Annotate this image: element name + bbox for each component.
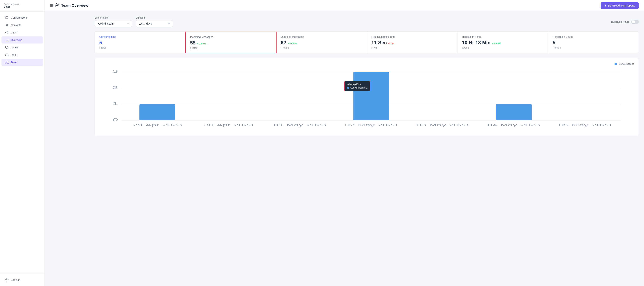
duration-filter-group: Duration Last 7 days ▼ [136,16,173,27]
main-content: Select Team vbetindia.com ▼ Duration Las… [90,11,644,286]
sidebar-item-inbox[interactable]: Inbox [2,51,43,58]
stat-change: +3000% [288,42,297,45]
team-filter-label: Select Team [95,16,132,19]
labels-icon [5,46,8,49]
sidebar-nav: Conversations Contacts CSAT Overview Lab… [0,11,44,274]
svg-text:2: 2 [112,85,118,90]
stat-value: 55 +1000% [190,40,272,46]
svg-rect-24 [353,72,389,120]
svg-point-10 [56,3,58,5]
stats-row: Conversations 5 ( Total ) Incoming Messa… [95,31,639,53]
team-select-value: vbetindia.com [98,22,114,25]
svg-rect-27 [496,104,532,120]
sidebar-item-team-label: Team [11,61,18,64]
sidebar-bottom: Settings [0,274,44,286]
page-title-container: Team Overview [55,3,88,8]
team-select-chevron: ▼ [127,22,129,25]
legend-dot [614,63,617,65]
stat-sub-label: ( Total ) [190,46,272,49]
stat-value: 11 Sec -77% [372,40,453,46]
svg-point-0 [6,24,8,25]
svg-point-9 [6,280,8,281]
overview-icon [5,38,8,42]
svg-rect-20 [140,104,175,120]
download-button[interactable]: ⬇ Download team reports [600,2,639,9]
sidebar-item-contacts[interactable]: Contacts [2,21,43,29]
sidebar-item-inbox-label: Inbox [11,53,17,56]
sidebar-item-overview[interactable]: Overview [2,36,43,43]
sidebar-item-csat-label: CSAT [11,31,18,34]
workspace-label: Currently viewing: [4,3,41,5]
duration-filter-label: Duration [136,16,173,19]
legend-label: Conversations [619,62,634,65]
stat-card-resolution_count: Resolution Count 5 ( Total ) [548,32,638,53]
stat-change: -77% [388,42,394,45]
sidebar-item-conversations-label: Conversations [11,16,28,19]
stat-card-first_response_time: First Response Time 11 Sec -77% ( Avg ) [367,32,458,53]
svg-text:0: 0 [112,117,118,122]
sidebar-item-contacts-label: Contacts [11,24,21,27]
menu-icon[interactable]: ☰ [50,3,53,8]
inbox-icon [5,53,8,57]
team-select[interactable]: vbetindia.com ▼ [95,20,132,27]
sidebar-item-overview-label: Overview [11,38,22,41]
settings-icon [5,278,8,282]
chart-legend: Conversations [99,62,634,65]
sidebar-item-csat[interactable]: CSAT [2,29,43,36]
stat-sub-label: ( Total ) [553,46,634,49]
download-icon: ⬇ [604,4,606,7]
duration-select[interactable]: Last 7 days ▼ [136,20,173,27]
svg-text:30-Apr-2023: 30-Apr-2023 [204,123,254,127]
svg-text:04-May-2023: 04-May-2023 [488,123,540,127]
chart-container: Conversations 012329-Apr-202330-Apr-2023… [95,58,639,136]
svg-text:02-May-2023: 02-May-2023 [345,123,398,127]
stat-card-outgoing_messages: Outgoing Messages 62 +3000% ( Total ) [276,32,367,53]
stat-value: 5 [99,40,181,46]
team-overview-icon [55,3,59,8]
business-hours-toggle-group: Business Hours [611,20,639,24]
svg-text:1: 1 [112,101,118,106]
csat-icon [5,31,8,34]
sidebar-header: Currently viewing: Vbet [0,0,44,11]
stat-title: Resolution Time [462,35,544,38]
chart-area: 012329-Apr-202330-Apr-202301-May-202302-… [99,68,634,132]
conversations-icon [5,16,8,19]
sidebar-item-conversations[interactable]: Conversations [2,14,43,21]
sidebar-item-team[interactable]: Team [2,59,43,66]
duration-select-chevron: ▼ [168,22,170,25]
sidebar-item-labels-label: Labels [11,46,18,49]
stat-sub-label: ( Avg ) [372,46,453,49]
stat-title: Resolution Count [553,35,634,38]
stat-change: +1000% [197,42,206,45]
filters-row: Select Team vbetindia.com ▼ Duration Las… [95,16,639,27]
stat-title: Conversations [99,35,181,38]
download-button-label: Download team reports [608,4,635,7]
team-filter-group: Select Team vbetindia.com ▼ [95,16,132,27]
stat-change: +8403% [492,42,501,45]
stat-value: 62 +3000% [281,40,362,46]
stat-value: 5 [553,40,634,46]
svg-point-1 [6,31,8,34]
sidebar-item-settings-label: Settings [11,278,20,281]
stat-card-conversations: Conversations 5 ( Total ) [95,32,186,53]
stat-title: First Response Time [372,35,453,38]
svg-text:3: 3 [112,69,118,74]
sidebar: Currently viewing: Vbet Conversations Co… [0,0,45,286]
svg-text:03-May-2023: 03-May-2023 [416,123,469,127]
page-title: Team Overview [61,3,88,8]
svg-text:29-Apr-2023: 29-Apr-2023 [132,123,182,127]
stat-title: Outgoing Messages [281,35,362,38]
sidebar-item-labels[interactable]: Labels [2,44,43,51]
sidebar-item-settings[interactable]: Settings [2,276,43,284]
business-hours-label: Business Hours [611,20,630,23]
stat-title: Incoming Messages [190,35,272,38]
toggle-knob [632,20,635,23]
stat-sub-label: ( Total ) [281,46,362,49]
stat-sub-label: ( Avg ) [462,46,544,49]
duration-select-value: Last 7 days [138,22,152,25]
team-icon [5,61,8,64]
stat-card-incoming_messages: Incoming Messages 55 +1000% ( Total ) [185,31,276,53]
business-hours-toggle[interactable] [631,20,639,24]
topbar: ☰ Team Overview ⬇ Download team reports [45,0,644,11]
workspace-name: Vbet [4,5,41,8]
